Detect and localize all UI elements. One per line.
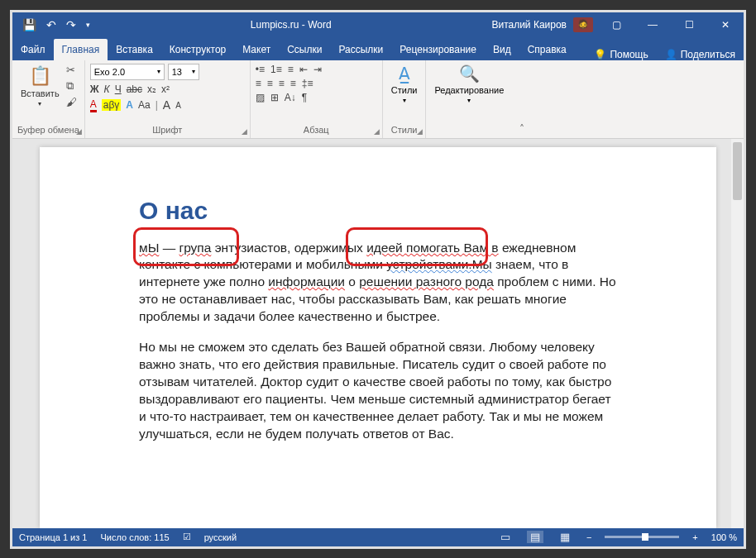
minimize-button[interactable]: —	[634, 12, 671, 37]
underline-button[interactable]: Ч	[115, 83, 122, 95]
user-avatar-icon: 🧔	[573, 17, 593, 32]
group-font: Exo 2.0▾ 13▾ Ж К Ч abc x₂ x² A aβγ A Aa …	[85, 60, 251, 138]
redo-icon[interactable]: ↷	[66, 18, 76, 31]
borders-button[interactable]: ⊞	[270, 92, 279, 103]
clipboard-icon: 📋	[29, 65, 51, 87]
highlight-button[interactable]: aβγ	[102, 99, 122, 111]
paragraph-1: мЫ — група энтузиастов, одержимых идеей …	[139, 240, 617, 327]
print-layout-icon[interactable]: ▤	[527, 531, 543, 543]
tab-design[interactable]: Конструктор	[161, 39, 234, 60]
maximize-button[interactable]: ☐	[671, 12, 707, 37]
chevron-down-icon: ▾	[192, 68, 195, 75]
status-words[interactable]: Число слов: 115	[100, 532, 169, 542]
collapse-ribbon-icon[interactable]: ˄	[512, 60, 532, 138]
change-case-button[interactable]: Aa	[138, 99, 151, 111]
increase-indent-button[interactable]: ⇥	[313, 64, 322, 75]
heading-about: О нас	[139, 197, 617, 225]
user-area[interactable]: Виталий Каиров 🧔	[491, 17, 598, 32]
dialog-launcher-icon[interactable]: ◢	[76, 127, 82, 136]
dialog-launcher-icon[interactable]: ◢	[242, 127, 247, 136]
styles-icon: A̲	[399, 64, 410, 83]
statusbar: Страница 1 из 1 Число слов: 115 ☑ русски…	[12, 528, 744, 546]
shading-button[interactable]: ▨	[256, 92, 265, 103]
web-layout-icon[interactable]: ▦	[557, 531, 573, 543]
tab-insert[interactable]: Вставка	[108, 39, 161, 60]
strike-button[interactable]: abc	[127, 83, 142, 95]
grow-font-button[interactable]: A	[163, 98, 170, 112]
tab-review[interactable]: Рецензирование	[391, 39, 485, 60]
tell-me[interactable]: 💡Помощь	[586, 49, 656, 60]
chevron-down-icon: ▾	[403, 97, 406, 104]
subscript-button[interactable]: x₂	[147, 83, 156, 95]
group-styles: A̲ Стили ▾ Стили ◢	[383, 60, 427, 138]
superscript-button[interactable]: x²	[161, 83, 170, 95]
align-right-button[interactable]: ≡	[279, 78, 285, 89]
group-label: Стили	[388, 125, 421, 136]
align-center-button[interactable]: ≡	[267, 78, 273, 89]
numbering-button[interactable]: 1≡	[270, 64, 282, 75]
font-name-combo[interactable]: Exo 2.0▾	[90, 64, 165, 80]
tab-file[interactable]: Файл	[12, 39, 54, 60]
cut-icon[interactable]: ✂	[66, 64, 77, 76]
window: 💾 ↶ ↷ ▾ Lumpics.ru - Word Виталий Каиров…	[10, 10, 746, 549]
share-icon: 👤	[665, 49, 677, 60]
copy-icon[interactable]: ⧉	[66, 79, 77, 93]
zoom-slider[interactable]	[605, 536, 679, 538]
zoom-out-button[interactable]: −	[586, 532, 591, 542]
ribbon-display-options-icon[interactable]: ▢	[598, 12, 634, 37]
dialog-launcher-icon[interactable]: ◢	[374, 127, 380, 136]
chevron-down-icon: ▾	[157, 68, 160, 75]
bold-button[interactable]: Ж	[90, 83, 99, 95]
editing-button[interactable]: 🔍 Редактирование ▾	[431, 64, 507, 104]
group-label	[431, 125, 507, 136]
shrink-font-button[interactable]: A	[175, 101, 181, 110]
zoom-level[interactable]: 100 %	[711, 532, 737, 542]
group-paragraph: •≡ 1≡ ≡ ⇤ ⇥ ≡ ≡ ≡ ≡ ‡≡ ▨ ⊞ A↓ ¶	[251, 60, 383, 138]
paste-button[interactable]: 📋 Вставить ▾	[17, 64, 63, 109]
tab-references[interactable]: Ссылки	[279, 39, 330, 60]
tab-layout[interactable]: Макет	[234, 39, 279, 60]
undo-icon[interactable]: ↶	[46, 18, 56, 31]
sort-button[interactable]: A↓	[285, 92, 296, 103]
chevron-down-icon: ▾	[38, 100, 41, 107]
justify-button[interactable]: ≡	[290, 78, 296, 89]
share-button[interactable]: 👤Поделиться	[657, 49, 744, 60]
chevron-down-icon: ▾	[467, 97, 471, 104]
tab-view[interactable]: Вид	[485, 39, 519, 60]
page[interactable]: О нас мЫ — група энтузиастов, одержимых …	[40, 147, 716, 528]
scrollbar-thumb[interactable]	[733, 142, 742, 200]
quick-access-toolbar: 💾 ↶ ↷ ▾	[12, 18, 90, 31]
vertical-scrollbar[interactable]	[731, 139, 744, 528]
tab-mailings[interactable]: Рассылки	[330, 39, 391, 60]
status-language[interactable]: русский	[204, 532, 237, 542]
status-page[interactable]: Страница 1 из 1	[19, 532, 87, 542]
text-effects-button[interactable]: A	[126, 99, 133, 111]
zoom-in-button[interactable]: +	[692, 532, 697, 542]
line-spacing-button[interactable]: ‡≡	[302, 78, 313, 89]
font-color-button[interactable]: A	[90, 98, 97, 112]
font-size-combo[interactable]: 13▾	[168, 64, 199, 80]
close-button[interactable]: ✕	[707, 12, 744, 37]
styles-button[interactable]: A̲ Стили ▾	[388, 64, 421, 104]
slider-thumb[interactable]	[642, 533, 648, 541]
document-area[interactable]: О нас мЫ — група энтузиастов, одержимых …	[12, 139, 744, 528]
decrease-indent-button[interactable]: ⇤	[299, 64, 308, 75]
show-marks-button[interactable]: ¶	[302, 92, 307, 103]
dialog-launcher-icon[interactable]: ◢	[417, 127, 423, 136]
window-title: Lumpics.ru - Word	[90, 19, 491, 31]
proofing-icon[interactable]: ☑	[183, 532, 191, 542]
align-left-button[interactable]: ≡	[256, 78, 261, 89]
tab-help[interactable]: Справка	[519, 39, 575, 60]
save-icon[interactable]: 💾	[22, 18, 36, 31]
group-editing: 🔍 Редактирование ▾	[426, 60, 512, 138]
user-name: Виталий Каиров	[491, 19, 567, 31]
bullets-button[interactable]: •≡	[256, 64, 265, 75]
group-clipboard: 📋 Вставить ▾ ✂ ⧉ 🖌 Буфер обмена ◢	[12, 60, 85, 138]
tab-home[interactable]: Главная	[54, 39, 108, 60]
italic-button[interactable]: К	[104, 83, 110, 95]
format-painter-icon[interactable]: 🖌	[66, 96, 77, 108]
multilevel-button[interactable]: ≡	[288, 64, 294, 75]
ribbon: 📋 Вставить ▾ ✂ ⧉ 🖌 Буфер обмена ◢ Exo 2.…	[12, 60, 744, 139]
group-label: Абзац	[256, 125, 377, 136]
read-mode-icon[interactable]: ▭	[497, 531, 514, 543]
